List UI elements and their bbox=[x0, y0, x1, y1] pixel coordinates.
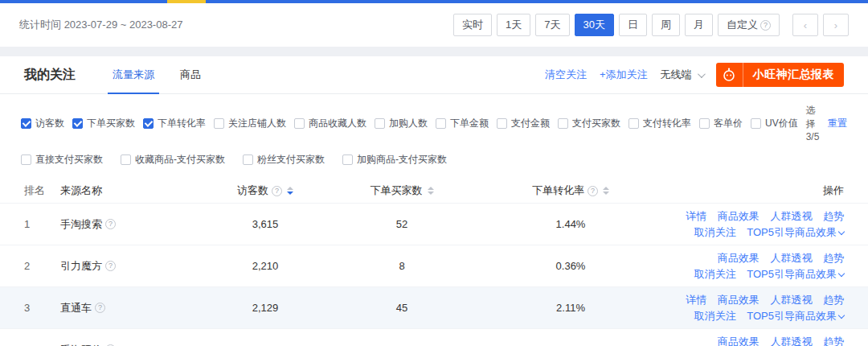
checkbox-icon[interactable] bbox=[751, 118, 761, 129]
checkbox-icon[interactable] bbox=[143, 118, 154, 129]
filter-item-collectors[interactable]: 商品收藏人数 bbox=[294, 117, 366, 130]
checkbox-icon[interactable] bbox=[121, 154, 131, 165]
range-button-realtime[interactable]: 实时 bbox=[453, 14, 492, 36]
sort-control-buyers[interactable] bbox=[428, 187, 434, 195]
product-effect-link[interactable]: 商品效果 bbox=[718, 336, 760, 346]
audience-insight-link[interactable]: 人群透视 bbox=[770, 210, 812, 222]
cancel-follow-link[interactable]: 取消关注 bbox=[694, 226, 736, 238]
source-name: 直通车 bbox=[60, 301, 92, 315]
checkbox-icon[interactable] bbox=[21, 118, 31, 129]
sort-control-visitors[interactable] bbox=[287, 187, 293, 195]
checkbox-icon[interactable] bbox=[699, 118, 710, 129]
panel-header-actions: 清空关注 +添加关注 无线端 小旺神汇总报表 bbox=[545, 63, 844, 87]
help-icon[interactable] bbox=[588, 186, 598, 196]
range-button-7day[interactable]: 7天 bbox=[535, 14, 569, 36]
filter-uv-value[interactable]: UV价值 bbox=[751, 117, 798, 130]
checkbox-icon[interactable] bbox=[497, 118, 507, 129]
reset-link[interactable]: 重置 bbox=[828, 117, 847, 130]
audience-insight-link[interactable]: 人群透视 bbox=[770, 294, 812, 306]
range-button-1day[interactable]: 1天 bbox=[497, 14, 530, 36]
top5-products-label: TOP5引导商品效果 bbox=[747, 310, 837, 322]
filter-collect-pay-buyers[interactable]: 收藏商品-支付买家数 bbox=[121, 153, 225, 167]
help-icon[interactable] bbox=[105, 261, 116, 271]
wangshen-report-button[interactable]: 小旺神汇总报表 bbox=[716, 63, 845, 87]
filter-direct-pay-buyers[interactable]: 直接支付买家数 bbox=[21, 153, 103, 167]
filter-order-conversion[interactable]: 下单转化率 bbox=[143, 117, 206, 130]
prev-period-button[interactable]: ‹ bbox=[792, 14, 818, 36]
filter-fans-pay-buyers[interactable]: 粉丝支付买家数 bbox=[243, 153, 325, 167]
terminal-dropdown[interactable]: 无线端 bbox=[661, 68, 703, 82]
sort-asc-icon[interactable] bbox=[428, 187, 434, 190]
cancel-follow-link[interactable]: 取消关注 bbox=[694, 268, 736, 280]
help-icon[interactable] bbox=[272, 186, 282, 196]
sort-asc-icon[interactable] bbox=[603, 187, 609, 190]
add-follow-link[interactable]: +添加关注 bbox=[600, 68, 648, 82]
detail-link[interactable]: 详情 bbox=[686, 294, 706, 306]
checkbox-icon[interactable] bbox=[342, 154, 353, 165]
sort-asc-icon[interactable] bbox=[287, 187, 293, 190]
cancel-follow-link[interactable]: 取消关注 bbox=[694, 310, 736, 322]
help-icon[interactable] bbox=[105, 219, 116, 229]
checkbox-icon[interactable] bbox=[375, 118, 385, 129]
filter-label: 下单买家数 bbox=[87, 117, 135, 130]
checkbox-icon[interactable] bbox=[243, 154, 253, 165]
trend-link[interactable]: 趋势 bbox=[823, 336, 844, 346]
filter-shop-followers[interactable]: 关注店铺人数 bbox=[214, 117, 286, 130]
detail-link[interactable]: 详情 bbox=[686, 210, 706, 222]
sort-control-conversion[interactable] bbox=[603, 187, 609, 195]
tab-traffic-source[interactable]: 流量来源 bbox=[113, 56, 154, 93]
top5-products-link[interactable]: TOP5引导商品效果 bbox=[747, 268, 844, 280]
top5-products-link[interactable]: TOP5引导商品效果 bbox=[747, 310, 844, 322]
chevron-down-icon bbox=[838, 228, 845, 234]
clear-follows-link[interactable]: 清空关注 bbox=[545, 68, 587, 82]
filter-order-buyers[interactable]: 下单买家数 bbox=[72, 117, 135, 130]
range-button-label: 1天 bbox=[506, 18, 522, 32]
range-button-custom[interactable]: 自定义 bbox=[718, 14, 780, 36]
filter-avg-order-value[interactable]: 客单价 bbox=[699, 117, 743, 130]
filter-visitors[interactable]: 访客数 bbox=[21, 117, 64, 130]
table-row: 3 直通车 2,129 45 2.11% 详情 商品效果 人群透视 趋势 取消关… bbox=[0, 286, 868, 328]
audience-insight-link[interactable]: 人群透视 bbox=[770, 252, 812, 264]
filter-cart-pay-buyers[interactable]: 加购商品-支付买家数 bbox=[342, 153, 447, 167]
checkbox-icon[interactable] bbox=[21, 154, 31, 165]
checkbox-icon[interactable] bbox=[294, 118, 305, 129]
filter-pay-buyers[interactable]: 支付买家数 bbox=[558, 117, 620, 130]
header-conversion: 下单转化率 bbox=[466, 183, 675, 198]
sort-desc-icon[interactable] bbox=[603, 192, 609, 195]
tab-products[interactable]: 商品 bbox=[180, 56, 201, 93]
range-button-month[interactable]: 月 bbox=[685, 14, 713, 36]
sort-desc-icon[interactable] bbox=[287, 192, 293, 195]
checkbox-icon[interactable] bbox=[214, 118, 224, 129]
range-button-day[interactable]: 日 bbox=[619, 14, 647, 36]
audience-insight-link[interactable]: 人群透视 bbox=[770, 336, 812, 346]
trend-link[interactable]: 趋势 bbox=[823, 210, 844, 222]
trend-link[interactable]: 趋势 bbox=[823, 294, 844, 306]
product-effect-link[interactable]: 商品效果 bbox=[718, 252, 760, 264]
range-button-30day[interactable]: 30天 bbox=[575, 14, 614, 36]
filter-cart-adders[interactable]: 加购人数 bbox=[375, 117, 428, 130]
filter-pay-conversion[interactable]: 支付转化率 bbox=[628, 117, 691, 130]
checkbox-icon[interactable] bbox=[558, 118, 568, 129]
checkbox-icon[interactable] bbox=[436, 118, 446, 129]
filter-label: 关注店铺人数 bbox=[228, 117, 286, 130]
filter-label: 支付买家数 bbox=[572, 117, 620, 130]
header-visitors: 访客数 bbox=[193, 183, 338, 198]
range-button-week[interactable]: 周 bbox=[652, 14, 680, 36]
checkbox-icon[interactable] bbox=[72, 118, 83, 129]
next-period-button[interactable]: › bbox=[823, 14, 849, 36]
filter-pay-amount[interactable]: 支付金额 bbox=[497, 117, 550, 130]
filter-order-amount[interactable]: 下单金额 bbox=[436, 117, 489, 130]
product-effect-link[interactable]: 商品效果 bbox=[718, 294, 760, 306]
top5-products-link[interactable]: TOP5引导商品效果 bbox=[747, 226, 844, 238]
sort-desc-icon[interactable] bbox=[428, 192, 434, 195]
trend-link[interactable]: 趋势 bbox=[823, 252, 844, 264]
checkbox-icon[interactable] bbox=[628, 118, 639, 129]
rank-cell: 3 bbox=[24, 302, 60, 314]
product-effect-link[interactable]: 商品效果 bbox=[718, 210, 760, 222]
header-conversion-label: 下单转化率 bbox=[532, 183, 584, 198]
stat-time-label: 统计时间 bbox=[19, 19, 61, 31]
table-row: 2 引力魔方 2,210 8 0.36% 商品效果 人群透视 趋势 取消关注 T… bbox=[0, 245, 868, 286]
help-icon[interactable] bbox=[95, 303, 105, 313]
header-actions: 操作 bbox=[675, 183, 844, 198]
source-name-cell: 手淘旺信 bbox=[60, 343, 193, 346]
